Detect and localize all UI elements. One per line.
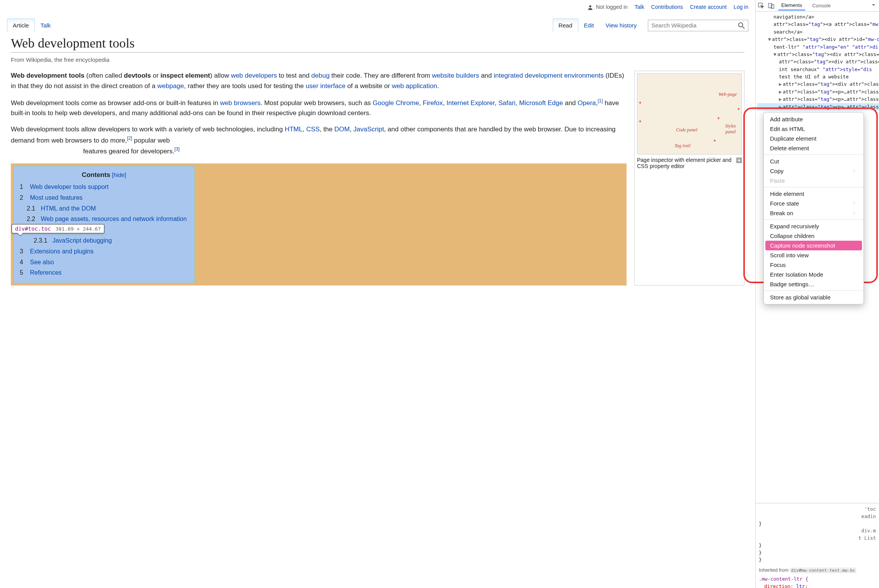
device-icon[interactable]: [768, 3, 774, 9]
paragraph-3: Web development tools allow developers t…: [11, 124, 627, 156]
toc-item[interactable]: 3 Extensions and plugins: [20, 247, 188, 257]
dom-tree-line[interactable]: attr">class="tag"><div attr">class="shor…: [757, 58, 879, 65]
expand-icon[interactable]: [736, 158, 742, 163]
thumb-label-tag: Tag trail: [675, 143, 690, 149]
link-web-developers[interactable]: web developers: [231, 72, 277, 79]
toc-item[interactable]: 2.3.1 JavaScript debugging: [20, 236, 188, 246]
link-ide[interactable]: integrated development environments: [494, 72, 603, 79]
link-web-browsers[interactable]: web browsers: [220, 99, 261, 107]
toc-item[interactable]: 5 References: [20, 268, 188, 278]
userbar-link-log-in[interactable]: Log in: [734, 4, 748, 10]
svg-point-0: [589, 5, 591, 8]
thumb-label-code: Code panel: [676, 127, 697, 133]
link-debug[interactable]: debug: [311, 72, 329, 79]
dom-tree-line[interactable]: attr">class="tag"><a attr">class="mw-jum…: [757, 20, 879, 28]
tab-article[interactable]: Article: [7, 19, 35, 32]
link-javascript[interactable]: JavaScript: [353, 126, 384, 133]
inspect-icon[interactable]: [758, 3, 764, 9]
dom-tree-line[interactable]: ▼attr">class="tag"><div attr">class="mw-…: [757, 51, 879, 58]
userbar-link-contributions[interactable]: Contributions: [651, 4, 683, 10]
context-menu-item[interactable]: Hide element: [764, 189, 864, 199]
link-ie[interactable]: Internet Explorer: [446, 99, 495, 107]
ref-3[interactable]: [3]: [174, 146, 179, 152]
userbar-link-create-account[interactable]: Create account: [690, 4, 727, 10]
link-opera[interactable]: Opera: [577, 99, 596, 107]
tab-read[interactable]: Read: [553, 19, 578, 32]
userbar-link-talk[interactable]: Talk: [635, 4, 644, 10]
search-icon[interactable]: [738, 22, 745, 29]
paragraph-2: Web development tools come as browser ad…: [11, 97, 627, 118]
link-user-interface[interactable]: user interface: [306, 82, 346, 90]
svg-rect-4: [738, 159, 741, 162]
dom-tree-line[interactable]: navigation</a>: [757, 13, 879, 20]
thumb-label-webpage: Web-page: [718, 92, 737, 97]
tooltip-selector: div#toc.toc: [15, 226, 51, 232]
link-safari[interactable]: Safari: [498, 99, 515, 107]
context-menu-item[interactable]: Cut: [764, 156, 864, 166]
context-menu-item[interactable]: Break on〉: [764, 208, 864, 218]
devtools-tab-console[interactable]: Console: [809, 1, 834, 10]
toc-item[interactable]: 2.2 Web page assets, resources and netwo…: [20, 214, 188, 224]
css-prop[interactable]: direction: ltr;: [764, 583, 876, 588]
search-input[interactable]: [651, 22, 738, 29]
context-menu-item[interactable]: Force state〉: [764, 199, 864, 208]
ref-1[interactable]: [1]: [598, 98, 603, 104]
context-menu-item[interactable]: Collapse children: [764, 231, 864, 241]
toc-toggle[interactable]: [hide]: [112, 172, 126, 178]
context-menu-item[interactable]: Scroll into view: [764, 250, 864, 260]
context-menu-item[interactable]: Delete element: [764, 143, 864, 153]
css-rule: .mw-content-ltr { direction: ltr; }: [759, 576, 876, 588]
context-menu-item[interactable]: Badge settings…: [764, 279, 864, 289]
dom-tree-line[interactable]: ▼attr">class="tag"><div attr">id="mw-con…: [757, 36, 879, 43]
dom-tree-line[interactable]: ▶attr">class="tag"><p>…attr">class="tag"…: [757, 103, 879, 110]
link-edge[interactable]: Microsoft Edge: [519, 99, 563, 107]
context-menu-item[interactable]: Store as global variable: [764, 292, 864, 302]
dom-tree-line[interactable]: ▶attr">class="tag"><p>…attr">class="tag"…: [757, 88, 879, 95]
context-menu-item[interactable]: Focus: [764, 260, 864, 270]
context-menu-item[interactable]: Expand recursively: [764, 221, 864, 231]
not-logged-in-label: Not logged in: [596, 4, 628, 10]
inspector-tooltip: div#toc.toc 381.69 × 244.67: [12, 224, 104, 233]
page-title: Web development tools: [11, 36, 744, 53]
link-css[interactable]: CSS: [306, 126, 320, 133]
ref-2[interactable]: [2]: [127, 136, 132, 141]
search-box[interactable]: [648, 20, 748, 31]
context-menu: Add attributeEdit as HTMLDuplicate eleme…: [763, 112, 864, 304]
devtools-tab-elements[interactable]: Elements: [778, 1, 805, 10]
link-web-application[interactable]: web application: [392, 82, 437, 90]
tab-edit[interactable]: Edit: [578, 19, 600, 32]
context-menu-item[interactable]: Enter Isolation Mode: [764, 270, 864, 279]
context-menu-item[interactable]: Capture node screenshot: [765, 241, 862, 250]
context-menu-item[interactable]: Add attribute: [764, 114, 864, 124]
svg-rect-3: [737, 158, 741, 163]
link-html[interactable]: HTML: [284, 126, 302, 133]
context-menu-item[interactable]: Copy〉: [764, 166, 864, 176]
context-menu-item[interactable]: Edit as HTML: [764, 124, 864, 134]
styles-brace: }: [759, 556, 876, 564]
toc-item[interactable]: 1 Web developer tools support: [20, 182, 188, 192]
devtools-more-icon[interactable]: [870, 2, 877, 9]
styles-pane[interactable]: 'toc eadin } div.m t List } } } Inherite…: [756, 503, 879, 588]
devtools-toolbar: Elements Console: [756, 0, 879, 12]
tooltip-dimensions: 381.69 × 244.67: [56, 226, 101, 232]
link-google-chrome[interactable]: Google Chrome: [373, 99, 419, 107]
toc-item[interactable]: 4 See also: [20, 258, 188, 267]
dom-tree-line[interactable]: tent-ltr" "attr">lang="en" "attr">dir="l…: [757, 43, 879, 51]
dom-tree-line[interactable]: int searchaux" "attr">style="dis: [757, 66, 879, 73]
inherited-selector[interactable]: div#mw-content-text.mw-bc: [790, 568, 857, 573]
link-website-builders[interactable]: website builders: [432, 72, 479, 79]
tab-view-history[interactable]: View history: [600, 19, 642, 32]
link-firefox[interactable]: Firefox: [423, 99, 443, 107]
dom-tree-line[interactable]: search</a>: [757, 28, 879, 36]
inherited-from-label: Inherited from div#mw-content-text.mw-bc: [759, 567, 876, 574]
dom-tree-line[interactable]: ▶attr">class="tag"><div attr">class="thu…: [757, 80, 879, 88]
tab-talk[interactable]: Talk: [35, 19, 57, 32]
dom-tree-line[interactable]: ▶attr">class="tag"><p>…attr">class="tag"…: [757, 95, 879, 103]
toc-item[interactable]: 2.1 HTML and the DOM: [20, 204, 188, 214]
context-menu-item[interactable]: Duplicate element: [764, 134, 864, 143]
dom-tree-line[interactable]: test the UI of a website: [757, 73, 879, 80]
link-dom[interactable]: DOM: [334, 126, 350, 133]
thumbnail-image[interactable]: Web-page Code panel Styles panel Tag tra…: [637, 73, 742, 155]
link-webpage[interactable]: webpage: [157, 82, 184, 90]
toc-item[interactable]: 2 Most used features: [20, 193, 188, 203]
